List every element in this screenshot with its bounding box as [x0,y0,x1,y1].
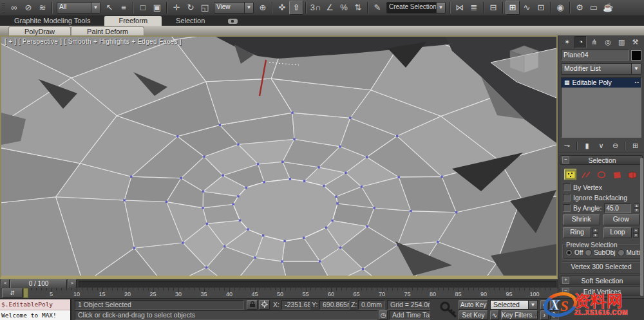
remove-modifier-icon[interactable]: ⊖ [611,142,620,150]
bind-to-space-warp-icon[interactable]: ≋ [35,1,50,15]
material-editor-icon[interactable]: ◉ [553,1,567,15]
current-frame-marker[interactable] [23,288,28,298]
spinner-down-icon[interactable]: ▼ [633,233,639,238]
x-coordinate-field[interactable]: -2351.686mm [281,300,310,310]
spinner-up-icon[interactable]: ▲ [634,203,639,209]
soft-selection-rollout-header[interactable]: +Soft Selection [560,276,643,285]
modifier-list-dropdown[interactable]: Modifier List ▼ [561,63,641,75]
spinner-down-icon[interactable]: ▼ [592,233,598,238]
radio-icon[interactable] [618,249,625,256]
chevron-down-icon[interactable]: ▼ [244,3,253,13]
chevron-down-icon[interactable]: ▼ [631,64,641,74]
ignore-backfacing-checkbox[interactable] [563,194,571,202]
panel-tab-modify[interactable]: ◔ [574,36,587,48]
time-slider-track[interactable] [79,281,556,287]
percent-snap-toggle-icon[interactable]: % [337,1,351,15]
spinner-snap-toggle-icon[interactable]: ⇅ [351,1,365,15]
panel-tab-hierarchy[interactable]: ⋔ [588,36,600,48]
by-angle-spinner[interactable]: ▲▼ [634,203,639,213]
toolbar-grip[interactable] [2,2,5,14]
viewcube[interactable] [510,46,538,73]
collapse-icon[interactable]: + [562,277,569,284]
listener-line-2[interactable]: Welcome to MAX! [0,310,70,320]
chevron-down-icon[interactable]: ▼ [91,3,100,13]
border-subobject-button[interactable] [595,169,608,180]
mini-curve-editor-button[interactable]: ⇵ [2,288,23,298]
vertex-subobject-button[interactable] [564,169,577,180]
rectangular-selection-region-icon[interactable]: □ [136,1,150,15]
time-tag-icon[interactable]: ◷ [379,310,388,320]
mirror-icon[interactable]: ⋈ [453,1,467,15]
selection-set-dropdown[interactable]: Selected ▼ [490,300,538,310]
ribbon-collapse-button[interactable] [228,19,238,24]
make-unique-icon[interactable]: ∨ [596,142,606,150]
by-angle-field[interactable]: 45.0 [604,203,631,213]
named-selection-set-dropdown[interactable]: Create Selection Set▼ [386,2,446,14]
selection-filter-dropdown[interactable]: All▼ [57,2,100,14]
auto-key-button[interactable]: Auto Key [459,300,488,310]
panel-tab-motion[interactable]: ◎ [602,36,614,48]
loop-button[interactable]: Loop [603,227,632,238]
by-vertex-checkbox[interactable] [563,184,571,191]
collapse-icon[interactable]: − [562,156,569,164]
panel-scrollbar[interactable] [640,158,643,296]
manage-layers-icon[interactable]: ⊟ [486,1,500,15]
radio-icon[interactable] [565,249,573,256]
select-by-name-icon[interactable]: ≡ [117,1,131,15]
viewport-label[interactable]: [ + ] [ Perspective ] [ Smooth + Highlig… [5,38,182,45]
key-filters-button[interactable]: Key Filters... [501,310,538,320]
panel-tab-utilities[interactable]: ⚒ [629,36,641,48]
y-coordinate-field[interactable]: 690.865mm [319,300,350,310]
perspective-viewport[interactable]: [ + ] [ Perspective ] [ Smooth + Highlig… [0,35,558,279]
polygon-subobject-button[interactable] [611,169,623,180]
panel-tab-display[interactable]: ▥ [616,36,628,48]
keyboard-shortcut-override-icon[interactable]: ⇧ [289,1,303,15]
chevron-down-icon[interactable]: ▼ [436,3,445,13]
spinner-up-icon[interactable]: ▲ [633,228,639,233]
schematic-view-icon[interactable]: ⊡ [534,1,548,15]
listener-line-1[interactable]: $.EditablePoly [0,299,70,310]
previous-frame-button[interactable]: < [1,279,10,288]
add-time-tag-button[interactable]: Add Time Tag [389,310,430,320]
set-keys-key-icon[interactable] [439,301,459,318]
modifier-stack[interactable]: ▦Editable Poly •• [561,77,641,138]
track-bar[interactable]: 5101520253035404550556065707580859095100… [0,288,558,298]
render-setup-icon[interactable]: ⚙ [573,1,587,15]
shrink-button[interactable]: Shrink [563,214,600,225]
stack-row[interactable]: ▦Editable Poly [562,78,641,88]
set-key-button[interactable]: Set Key [459,310,488,320]
selection-rollout-header[interactable]: − Selection [560,155,643,165]
object-color-swatch[interactable] [631,50,641,61]
select-and-rotate-icon[interactable]: ↻ [184,1,198,15]
object-name-field[interactable]: Plane04 [561,50,629,61]
select-and-link-icon[interactable]: ∞ [7,1,21,15]
tab-freeform[interactable]: Freeform [104,16,162,26]
loop-spinner[interactable]: ▲▼ [633,228,639,238]
absolute-mode-toggle[interactable] [259,300,270,310]
viewport-canvas[interactable] [1,37,556,276]
unlink-selection-icon[interactable]: ⊘ [21,1,35,15]
graphite-ribbon-toggle-icon[interactable]: ⊞ [506,1,520,15]
select-object-icon[interactable]: ↖ [102,1,117,15]
radio-option-off[interactable]: Off [565,249,583,256]
select-and-scale-icon[interactable]: ◱ [198,1,212,15]
ring-spinner[interactable]: ▲▼ [592,228,598,238]
angle-snap-toggle-icon[interactable]: ∠ [323,1,337,15]
chevron-down-icon[interactable]: ▼ [528,301,537,309]
tab-graphite-modeling-tools[interactable]: Graphite Modeling Tools [0,16,104,26]
curve-editor-icon[interactable]: ∿ [520,1,534,15]
use-pivot-point-center-icon[interactable]: ⊕ [256,1,270,15]
z-coordinate-field[interactable]: 0.0mm [358,300,385,310]
rendered-frame-window-icon[interactable]: ▭ [587,1,601,15]
edge-subobject-button[interactable] [580,169,592,180]
by-angle-checkbox[interactable] [563,204,571,212]
select-and-manipulate-icon[interactable]: ✜ [275,1,289,15]
time-slider-handle[interactable]: 0 / 100 [10,279,67,288]
tab-selection[interactable]: Selection [162,16,219,26]
align-icon[interactable]: ≣ [467,1,481,15]
selection-lock-toggle[interactable] [247,300,258,310]
select-and-move-icon[interactable]: ✛ [169,1,184,15]
window-crossing-toggle-icon[interactable]: ▣ [150,1,164,15]
radio-option-subobj[interactable]: SubObj [585,249,615,256]
radio-icon[interactable] [585,249,592,256]
